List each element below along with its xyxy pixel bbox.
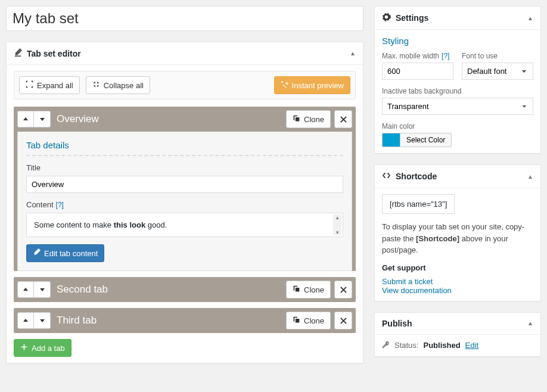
add-tab-button[interactable]: Add a tab [14,339,72,357]
instant-preview-label: Instant preview [292,81,344,90]
tab-name[interactable]: Second tab [57,284,280,295]
add-tab-label: Add a tab [32,344,65,353]
clone-icon [293,285,300,294]
clone-label: Clone [304,316,324,325]
collapse-panel-icon[interactable]: ▲ [527,173,533,180]
publish-panel: Publish ▲ Status: Published Edit [374,312,541,357]
content-preview[interactable]: Some content to make this look good. ▴▾ [26,213,343,237]
collapse-panel-icon[interactable]: ▲ [527,15,533,21]
styling-heading: Styling [382,36,533,46]
expand-icon [26,80,33,90]
shortcode-heading: Shortcode [382,171,437,182]
move-down-button[interactable] [34,312,51,329]
gear-icon [382,13,391,23]
clone-label: Clone [304,115,324,124]
status-value: Published [423,341,460,350]
inactive-bg-select[interactable]: Transparent [382,98,533,115]
tab-details: Tab details Title Content [?] Some conte… [17,132,352,271]
shortcode-panel: Shortcode ▲ [rtbs name="13"] To display … [374,164,541,301]
font-select[interactable]: Default font [462,63,533,80]
mobile-width-help[interactable]: [?] [442,52,449,60]
collapse-panel-icon[interactable]: ▲ [350,50,356,57]
submit-ticket-link[interactable]: Submit a ticket [382,277,433,286]
mobile-width-input[interactable] [382,63,453,80]
editor-heading-text: Tab set editor [27,49,81,58]
font-label: Font to use [462,52,533,60]
tab-item: Third tab Clone [14,308,356,333]
select-color-button[interactable]: Select Color [400,133,452,147]
move-down-button[interactable] [34,281,51,298]
clone-tab-button[interactable]: Clone [286,312,331,329]
shortcode-code[interactable]: [rtbs name="13"] [382,194,455,214]
editor-toolbar: Expand all Collapse all Instant preview [14,71,356,99]
tab-item: Overview Clone Tab details Title [14,107,356,271]
instant-preview-button[interactable]: Instant preview [274,76,350,94]
clone-icon [293,316,300,325]
delete-tab-button[interactable] [334,281,352,298]
content-text: Some content to make this look good. [34,220,167,229]
scroll-down-icon: ▾ [336,229,339,235]
tab-name[interactable]: Overview [57,113,280,125]
collapse-panel-icon[interactable]: ▲ [527,320,533,326]
expand-all-label: Expand all [37,81,73,90]
plus-icon [20,343,28,353]
collapse-icon [92,80,100,90]
tab-name[interactable]: Third tab [57,315,280,326]
settings-panel: Settings ▲ Styling Max. mobile width [?] [374,6,541,154]
key-icon [382,341,390,350]
shortcode-help-text: To display your tab set on your site, co… [382,221,533,256]
settings-heading-text: Settings [396,13,428,23]
tab-item: Second tab Clone [14,277,356,302]
scroll-up-icon: ▴ [336,214,339,220]
delete-tab-button[interactable] [334,312,352,329]
wand-icon [281,80,288,90]
content-help-link[interactable]: [?] [56,201,64,209]
clone-tab-button[interactable]: Clone [286,110,331,128]
title-field-label: Title [26,163,343,172]
publish-heading: Publish [382,319,412,328]
tab-title-input[interactable] [26,176,343,193]
edit-content-label: Edit tab content [44,249,98,258]
tabset-title-input[interactable] [6,6,363,31]
color-swatch [382,133,400,147]
collapse-all-label: Collapse all [104,81,144,90]
code-icon [382,171,391,182]
move-down-button[interactable] [34,111,51,127]
tab-details-heading: Tab details [26,140,343,156]
main-color-label: Main color [382,122,533,130]
tab-set-editor-panel: Tab set editor ▲ Expand all Collapse all [6,42,363,363]
shortcode-heading-text: Shortcode [396,172,437,181]
edit-tab-content-button[interactable]: Edit tab content [26,244,104,262]
move-up-button[interactable] [17,111,34,127]
edit-status-link[interactable]: Edit [465,341,478,350]
content-scrollbar[interactable]: ▴▾ [333,214,341,235]
expand-all-button[interactable]: Expand all [19,76,80,94]
view-docs-link[interactable]: View documentation [382,286,452,295]
clone-icon [293,114,300,124]
inactive-bg-label: Inactive tabs background [382,87,533,95]
editor-heading: Tab set editor [14,48,81,58]
status-label: Status: [394,341,418,350]
pencil-icon [33,248,41,258]
get-support-heading: Get support [382,263,533,272]
move-up-button[interactable] [17,312,34,329]
mobile-width-label: Max. mobile width [382,52,439,60]
settings-heading: Settings [382,13,428,23]
move-up-button[interactable] [17,281,34,298]
collapse-all-button[interactable]: Collapse all [86,76,150,94]
clone-tab-button[interactable]: Clone [286,281,331,298]
clone-label: Clone [304,285,324,294]
delete-tab-button[interactable] [334,110,352,128]
content-field-label: Content [26,200,54,209]
pencil-icon [14,48,22,58]
